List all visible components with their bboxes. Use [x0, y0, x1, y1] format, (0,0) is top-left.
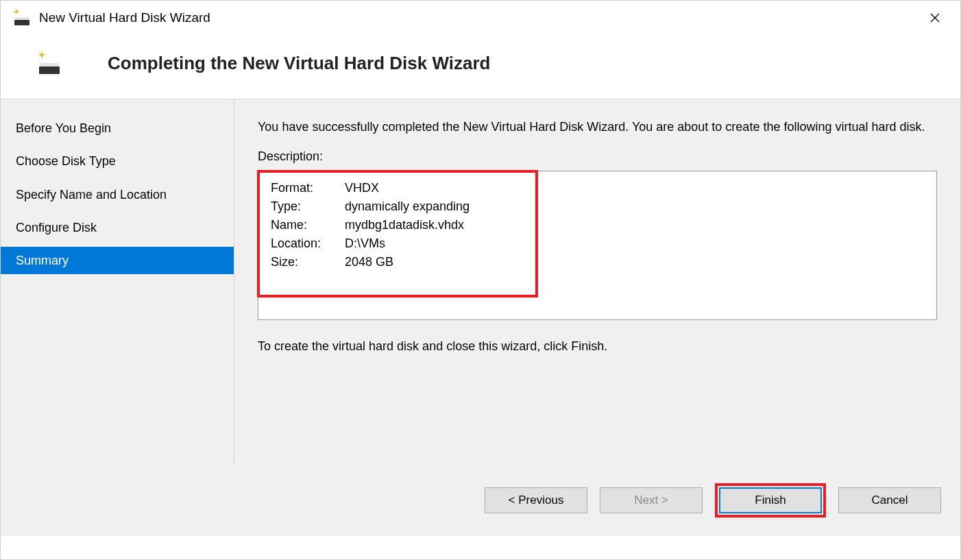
sidebar-item-specify-name-location[interactable]: Specify Name and Location — [1, 181, 234, 208]
description-row-type: Type:dynamically expanding — [271, 199, 924, 214]
sidebar-item-choose-disk-type[interactable]: Choose Disk Type — [1, 147, 234, 175]
title-bar: New Virtual Hard Disk Wizard — [1, 1, 960, 35]
description-key: Size: — [271, 255, 345, 269]
annotation-highlight-finish: Finish — [715, 483, 826, 518]
wizard-header: Completing the New Virtual Hard Disk Wiz… — [1, 35, 960, 99]
sidebar-item-summary[interactable]: Summary — [1, 247, 234, 274]
wizard-heading: Completing the New Virtual Hard Disk Wiz… — [108, 53, 490, 74]
title-left: New Virtual Hard Disk Wizard — [14, 10, 210, 25]
finish-button[interactable]: Finish — [719, 487, 822, 513]
sidebar-item-configure-disk[interactable]: Configure Disk — [1, 214, 234, 241]
description-table: Format:VHDX Type:dynamically expanding N… — [258, 171, 936, 283]
disk-icon — [39, 53, 60, 74]
description-key: Format: — [271, 181, 345, 195]
description-label: Description: — [258, 149, 937, 164]
description-value: D:\VMs — [345, 236, 385, 251]
description-box: Format:VHDX Type:dynamically expanding N… — [258, 171, 937, 320]
description-row-name: Name:mydbg1datadisk.vhdx — [271, 218, 924, 232]
description-key: Location: — [271, 236, 345, 251]
summary-intro-text: You have successfully completed the New … — [258, 119, 937, 136]
description-value: dynamically expanding — [345, 199, 470, 214]
description-value: VHDX — [345, 181, 379, 195]
close-icon — [930, 13, 940, 23]
description-key: Name: — [271, 218, 345, 232]
description-row-location: Location:D:\VMs — [271, 236, 924, 251]
description-row-format: Format:VHDX — [271, 181, 924, 195]
sidebar-item-before-you-begin[interactable]: Before You Begin — [1, 114, 234, 142]
description-value: 2048 GB — [345, 255, 393, 269]
description-value: mydbg1datadisk.vhdx — [345, 218, 464, 232]
next-button: Next > — [600, 487, 703, 513]
cancel-button[interactable]: Cancel — [838, 487, 941, 513]
previous-button[interactable]: < Previous — [485, 487, 587, 513]
close-button[interactable] — [919, 7, 951, 29]
wizard-footer: < Previous Next > Finish Cancel — [1, 465, 960, 536]
description-key: Type: — [271, 199, 345, 214]
wizard-body: Before You Begin Choose Disk Type Specif… — [1, 99, 960, 465]
summary-outro-text: To create the virtual hard disk and clos… — [258, 339, 937, 354]
description-row-size: Size:2048 GB — [271, 255, 924, 269]
wizard-sidebar: Before You Begin Choose Disk Type Specif… — [1, 99, 234, 465]
window-title: New Virtual Hard Disk Wizard — [39, 10, 210, 25]
disk-icon — [14, 10, 29, 25]
wizard-content: You have successfully completed the New … — [234, 99, 960, 465]
